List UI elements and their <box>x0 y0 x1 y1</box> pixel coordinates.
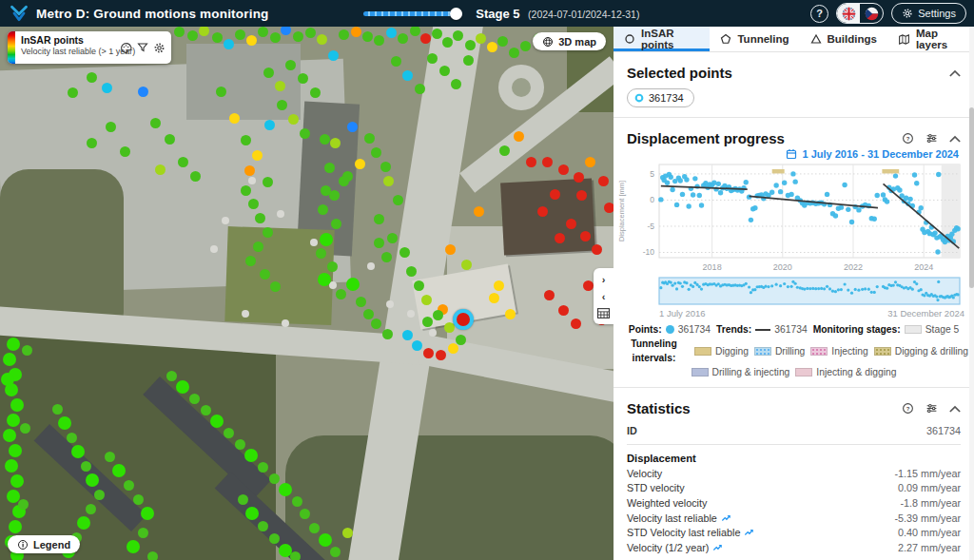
insar-point[interactable] <box>391 56 401 67</box>
insar-point[interactable] <box>339 29 349 40</box>
displacement-chart-svg[interactable]: 201820202022202450-5-10Displacement [mm] <box>617 162 971 276</box>
insar-point[interactable] <box>436 350 446 360</box>
insar-point[interactable] <box>277 100 287 110</box>
insar-point[interactable] <box>300 509 310 519</box>
insar-point[interactable] <box>499 145 510 156</box>
insar-point[interactable] <box>429 329 437 337</box>
insar-point[interactable] <box>371 319 381 329</box>
language-switcher[interactable] <box>836 3 884 24</box>
insar-point[interactable] <box>212 32 223 43</box>
insar-point[interactable] <box>465 40 476 50</box>
selected-insar-point[interactable] <box>453 309 474 330</box>
insar-point[interactable] <box>550 189 560 200</box>
insar-point[interactable] <box>305 28 316 38</box>
insar-point[interactable] <box>81 461 91 472</box>
insar-point[interactable] <box>241 135 251 145</box>
collapse-chevron-icon[interactable] <box>949 69 961 77</box>
insar-point[interactable] <box>68 87 78 98</box>
insar-point[interactable] <box>138 528 148 538</box>
insar-point[interactable] <box>105 452 115 462</box>
tune-icon[interactable] <box>925 402 938 415</box>
insar-point[interactable] <box>255 213 265 223</box>
insar-point[interactable] <box>147 551 158 560</box>
insar-point[interactable] <box>165 134 175 145</box>
insar-point[interactable] <box>201 405 211 415</box>
insar-point[interactable] <box>7 414 20 427</box>
insar-point[interactable] <box>264 120 275 130</box>
insar-point[interactable] <box>155 164 166 175</box>
insar-point[interactable] <box>328 50 339 61</box>
insar-point[interactable] <box>542 157 553 167</box>
insar-point[interactable] <box>190 171 201 182</box>
insar-point[interactable] <box>442 37 453 48</box>
insar-point[interactable] <box>87 138 97 148</box>
insar-point[interactable] <box>241 185 251 196</box>
insar-point[interactable] <box>327 261 338 272</box>
insar-point[interactable] <box>260 269 270 280</box>
insar-point[interactable] <box>319 533 332 547</box>
insar-point[interactable] <box>263 68 274 78</box>
insar-point[interactable] <box>445 244 456 255</box>
insar-point[interactable] <box>439 66 450 76</box>
insar-point[interactable] <box>463 55 474 66</box>
gear-icon[interactable] <box>153 42 166 54</box>
insar-point[interactable] <box>178 157 188 167</box>
insar-point[interactable] <box>67 433 77 443</box>
collapse-panel-button[interactable]: ‹ <box>596 289 611 303</box>
insar-point[interactable] <box>77 516 90 530</box>
insar-point[interactable] <box>386 300 394 308</box>
insar-point[interactable] <box>382 329 393 339</box>
insar-point[interactable] <box>9 520 22 533</box>
insar-point[interactable] <box>10 474 24 488</box>
insar-point[interactable] <box>252 150 263 161</box>
insar-point[interactable] <box>150 118 161 128</box>
selected-point-chip[interactable]: 361734 <box>627 88 694 107</box>
insar-point[interactable] <box>224 39 234 49</box>
settings-button[interactable]: Settings <box>891 3 966 24</box>
insar-point[interactable] <box>427 53 438 64</box>
insar-point[interactable] <box>263 177 273 187</box>
insar-point[interactable] <box>9 444 22 457</box>
insar-point[interactable] <box>235 439 245 450</box>
insar-point[interactable] <box>406 266 417 277</box>
insar-point[interactable] <box>244 449 258 462</box>
insar-point[interactable] <box>383 176 394 186</box>
insar-point[interactable] <box>339 176 349 186</box>
insar-point[interactable] <box>94 490 105 500</box>
insar-point[interactable] <box>386 28 397 38</box>
insar-point[interactable] <box>309 523 320 533</box>
chart-date-range[interactable]: 1 July 2016 - 31 December 2024 <box>614 146 974 162</box>
insar-point[interactable] <box>238 494 248 505</box>
insar-point[interactable] <box>22 345 32 356</box>
insar-point[interactable] <box>270 281 281 292</box>
insar-point[interactable] <box>347 122 358 132</box>
insar-point[interactable] <box>329 190 340 201</box>
insar-point[interactable] <box>263 227 273 238</box>
satellite-map[interactable]: InSAR points Velocity last reliable (> 1… <box>0 27 614 560</box>
insar-point[interactable] <box>474 206 484 217</box>
insar-point[interactable] <box>355 159 365 169</box>
insar-point[interactable] <box>461 260 472 270</box>
insar-point[interactable] <box>415 84 425 94</box>
insar-point[interactable] <box>281 27 291 35</box>
insar-point[interactable] <box>52 404 63 415</box>
insar-point[interactable] <box>120 146 130 157</box>
insar-point[interactable] <box>288 114 299 125</box>
insar-point[interactable] <box>381 252 392 262</box>
insar-point[interactable] <box>258 521 268 531</box>
insar-point[interactable] <box>112 464 126 477</box>
insar-point[interactable] <box>5 383 18 396</box>
language-en-flag-icon[interactable] <box>837 3 860 24</box>
insar-point[interactable] <box>269 533 280 544</box>
insar-point[interactable] <box>374 35 384 46</box>
insar-point[interactable] <box>514 131 524 142</box>
grid-view-button[interactable] <box>596 306 611 320</box>
insar-point[interactable] <box>451 79 461 89</box>
insar-point[interactable] <box>229 113 240 124</box>
insar-point[interactable] <box>298 73 308 84</box>
insar-point[interactable] <box>362 31 373 42</box>
insar-point[interactable] <box>398 33 408 44</box>
insar-point[interactable] <box>330 547 341 557</box>
insar-point[interactable] <box>5 459 18 473</box>
insar-point[interactable] <box>489 293 499 303</box>
